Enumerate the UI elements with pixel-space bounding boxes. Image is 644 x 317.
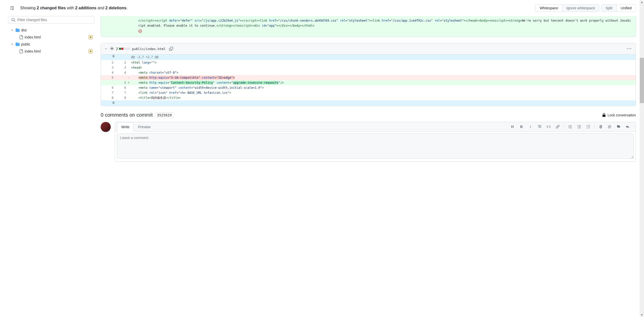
diff-addition-line: </script><script defer="defer" src="/js/… bbox=[101, 16, 636, 37]
sidebar-toggle-button[interactable] bbox=[8, 4, 16, 12]
diff-summary: Showing 2 changed files with 2 additions… bbox=[20, 6, 531, 10]
diff-line-context: 77 <link rel="icon" href="<%= BASE_URL %… bbox=[101, 90, 636, 95]
unordered-list-icon[interactable] bbox=[575, 123, 583, 130]
filter-input[interactable] bbox=[17, 18, 91, 22]
search-icon bbox=[11, 18, 15, 22]
lock-icon bbox=[602, 113, 606, 117]
file-tree: dist index.html public index.html bbox=[8, 16, 95, 55]
file-label: index.html bbox=[25, 49, 41, 53]
filter-box[interactable] bbox=[8, 16, 95, 24]
scrollbar-thumb[interactable] bbox=[640, 58, 644, 103]
diff-line-context: 33<head> bbox=[101, 65, 636, 70]
chevron-down-icon bbox=[10, 42, 14, 46]
tree-folder-public[interactable]: public bbox=[8, 41, 95, 48]
folder-label: dist bbox=[21, 28, 27, 32]
tree-folder-dist[interactable]: dist bbox=[8, 27, 95, 34]
whitespace-button[interactable]: Whitespace bbox=[536, 5, 562, 12]
whitespace-toggle: Whitespace Ignore whitespace bbox=[535, 4, 599, 12]
split-button[interactable]: Split bbox=[601, 5, 616, 12]
unified-button[interactable]: Unified bbox=[616, 5, 636, 12]
diff-line-addition: 5+ <meta http-equiv="Content-Security-Po… bbox=[101, 80, 636, 85]
user-avatar[interactable] bbox=[101, 122, 111, 132]
bold-icon[interactable]: B bbox=[517, 123, 525, 130]
diff-stat-squares bbox=[119, 48, 130, 50]
file-path[interactable]: public/index.html bbox=[132, 47, 166, 51]
write-tab[interactable]: Write bbox=[117, 122, 134, 131]
file-icon bbox=[19, 35, 23, 39]
code-icon[interactable] bbox=[545, 123, 553, 130]
no-newline-icon bbox=[138, 29, 142, 33]
file-icon bbox=[19, 49, 23, 53]
reply-icon[interactable] bbox=[624, 123, 632, 130]
cross-reference-icon[interactable] bbox=[615, 123, 623, 130]
copy-path-button[interactable] bbox=[168, 45, 175, 52]
diff-line-context: 66 <meta name="viewport" content="width=… bbox=[101, 85, 636, 90]
comments-title: 0 comments on commit 3525629 bbox=[101, 112, 174, 118]
diff-file-dist-index: </script><script defer="defer" src="/js/… bbox=[101, 16, 636, 37]
diff-table: @@ -2,7 +2,7 @@ 22<html lang=""> 33<head… bbox=[101, 55, 636, 106]
scroll-down-arrow[interactable]: ▼ bbox=[640, 313, 644, 317]
expand-up-icon[interactable] bbox=[111, 55, 116, 59]
hunk-footer bbox=[101, 100, 636, 106]
comment-textarea[interactable] bbox=[117, 133, 634, 159]
diff-line-context: 88 <title>我的服务器</title> bbox=[101, 95, 636, 100]
change-count: 2 bbox=[116, 47, 118, 51]
diff-line-context: 44 <meta charset="utf-8"> bbox=[101, 70, 636, 75]
diff-file-public-index: 2 public/index.html @@ -2,7 +2,7 @@ bbox=[101, 43, 636, 106]
modified-icon bbox=[89, 35, 93, 39]
link-icon[interactable] bbox=[554, 123, 562, 130]
quote-icon[interactable] bbox=[536, 123, 544, 130]
tree-file-public-index[interactable]: index.html bbox=[8, 48, 95, 55]
expand-down-icon[interactable] bbox=[111, 100, 116, 104]
scroll-up-arrow[interactable]: ▲ bbox=[640, 0, 644, 4]
lock-conversation-button[interactable]: Lock conversation bbox=[602, 113, 636, 117]
diff-line-context: 22<html lang=""> bbox=[101, 60, 636, 65]
scrollbar[interactable]: ▲ ▼ bbox=[640, 0, 644, 317]
task-list-icon[interactable] bbox=[584, 123, 592, 130]
hunk-header: @@ -2,7 +2,7 @@ bbox=[101, 55, 636, 60]
heading-icon[interactable]: H bbox=[508, 123, 516, 130]
tree-file-dist-index[interactable]: index.html bbox=[8, 34, 95, 41]
folder-icon bbox=[16, 28, 20, 32]
commit-sha: 3525629 bbox=[155, 112, 174, 118]
modified-icon bbox=[89, 49, 93, 53]
file-menu-button[interactable] bbox=[626, 45, 633, 52]
file-label: index.html bbox=[25, 35, 41, 39]
chevron-down-icon bbox=[10, 28, 14, 32]
comment-box: Write Preview H B I bbox=[115, 122, 636, 162]
italic-icon[interactable]: I bbox=[526, 123, 535, 130]
diff-line-deletion: 5- <meta http-equiv="X-UA-Compatible" co… bbox=[101, 75, 636, 80]
markdown-toolbar: H B I @ bbox=[508, 123, 634, 130]
diff-layout-toggle: Split Unified bbox=[601, 4, 636, 12]
ignore-whitespace-button[interactable]: Ignore whitespace bbox=[562, 5, 599, 12]
folder-icon bbox=[16, 42, 20, 46]
folder-label: public bbox=[21, 42, 30, 46]
ordered-list-icon[interactable] bbox=[566, 123, 574, 130]
attach-icon[interactable] bbox=[596, 123, 604, 130]
mention-icon[interactable]: @ bbox=[605, 123, 614, 130]
preview-tab[interactable]: Preview bbox=[134, 122, 155, 131]
expand-all-icon[interactable] bbox=[110, 47, 114, 51]
collapse-icon[interactable] bbox=[104, 47, 108, 51]
